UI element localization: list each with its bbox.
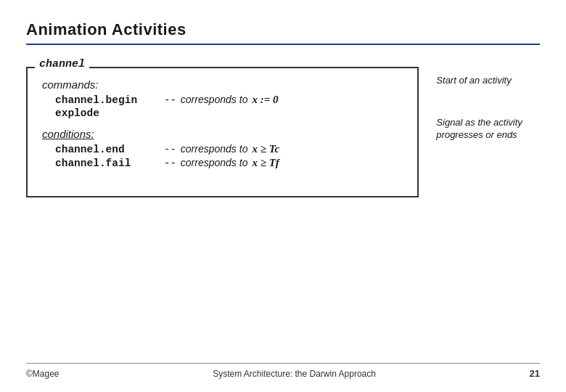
corresponds-fail: corresponds to [181,157,248,168]
box-label: channel [35,58,89,70]
command-code-explode: explode [55,107,157,119]
content-area: channel commands: channel.begin -- corre… [26,67,540,197]
command-code-begin: channel.begin [55,94,157,106]
math-begin: x := 0 [252,94,278,106]
condition-row-end: channel.end -- corresponds to x ≥ Tc [55,143,403,155]
condition-row-fail: channel.fail -- corresponds to x ≥ Tf [55,157,403,169]
dash-end: -- [164,144,176,155]
conditions-label: conditions: [42,128,94,140]
condition-code-fail: channel.fail [55,158,157,169]
footer: ©Magee System Architecture: the Darwin A… [26,363,540,379]
slide: Animation Activities channel commands: c… [0,0,566,392]
corresponds-end: corresponds to [181,143,248,155]
corresponds-begin: corresponds to [181,94,248,105]
math-end: x ≥ Tc [252,143,279,155]
side-notes: Start of an activity Signal as the activ… [436,67,540,142]
dash-begin: -- [164,94,176,106]
footer-left: ©Magee [26,369,60,379]
side-note-start: Start of an activity [436,74,540,87]
condition-code-end: channel.end [55,144,157,155]
side-note-signal: Signal as the activity progresses or end… [436,116,540,142]
conditions-block: conditions: channel.end -- corresponds t… [42,128,403,169]
footer-right: 21 [530,368,540,379]
commands-title: commands: [42,78,403,91]
channel-box: channel commands: channel.begin -- corre… [26,67,419,197]
footer-center: System Architecture: the Darwin Approach [213,369,376,379]
command-row-explode: explode [55,107,403,119]
commands-block: commands: channel.begin -- corresponds t… [42,78,403,119]
title-underline [26,44,540,45]
slide-title: Animation Activities [26,20,540,39]
command-row-begin: channel.begin -- corresponds to x := 0 [55,94,403,106]
math-fail: x ≥ Tf [252,157,279,169]
dash-fail: -- [164,158,176,169]
title-area: Animation Activities [26,20,540,45]
conditions-title: conditions: [42,128,403,140]
